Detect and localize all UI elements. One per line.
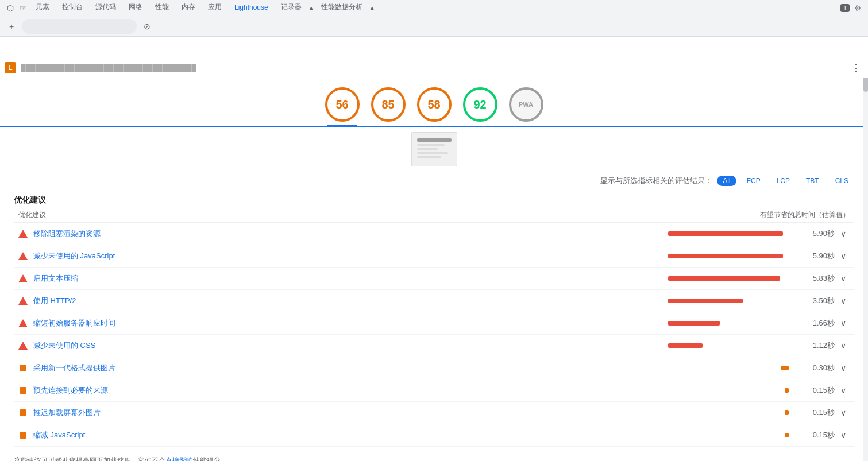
chevron-down-icon: ∨ [840, 341, 850, 350]
audit-bar [668, 410, 794, 415]
audit-row-unused-css[interactable]: 减少未使用的 CSS 1.12秒 ∨ [14, 335, 854, 357]
audit-bar-fill [785, 388, 789, 393]
warning-square-icon [18, 386, 28, 395]
chevron-down-icon: ∨ [840, 319, 850, 328]
audit-bar-fill [668, 343, 703, 348]
tab-application[interactable]: 应用 [202, 0, 227, 18]
audit-bar [668, 433, 794, 437]
audit-label: 采用新一代格式提供图片 [33, 363, 662, 373]
score-performance[interactable]: 56 [325, 87, 360, 122]
tab-elements[interactable]: 元素 [30, 0, 55, 18]
audit-bar-fill [668, 299, 743, 303]
page-favicon: L [5, 62, 16, 73]
filter-all[interactable]: All [717, 176, 736, 186]
chevron-down-icon: ∨ [840, 251, 850, 261]
audit-label: 移除阻塞渲染的资源 [33, 228, 662, 239]
footer-link[interactable]: 直接影响 [165, 456, 193, 461]
chevron-down-icon: ∨ [840, 229, 850, 238]
tab-sources[interactable]: 源代码 [90, 0, 122, 18]
tab-console[interactable]: 控制台 [56, 0, 88, 18]
chevron-down-icon: ∨ [840, 296, 850, 305]
audit-row-server-response[interactable]: 缩短初始服务器响应时间 1.66秒 ∨ [14, 312, 854, 335]
audit-time: 0.30秒 [800, 363, 835, 373]
warning-square-icon [18, 431, 28, 440]
page-url: ████████████████████████████████████ [21, 64, 848, 72]
warning-triangle-icon [18, 319, 28, 328]
audit-bar-fill [668, 321, 720, 326]
audit-time: 5.90秒 [800, 251, 835, 261]
audit-label: 使用 HTTP/2 [33, 296, 662, 306]
audit-label: 缩减 JavaScript [33, 430, 662, 440]
filter-lcp[interactable]: LCP [771, 176, 796, 186]
inspect-icon[interactable]: ☞ [17, 2, 29, 14]
audit-header-time: 有望节省的总时间（估算值） [760, 210, 850, 220]
audit-label: 预先连接到必要的来源 [33, 385, 662, 396]
audit-time: 3.50秒 [800, 296, 835, 306]
audit-header-label: 优化建议 [18, 210, 760, 220]
badge-count: 1 [840, 4, 850, 12]
audit-time: 0.15秒 [800, 430, 835, 440]
scrollbar-track[interactable] [863, 57, 868, 461]
address-input[interactable] [22, 19, 137, 34]
stop-reload-button[interactable]: ⊘ [140, 20, 154, 33]
scores-section: 56 85 58 92 PWA [0, 78, 868, 127]
audit-bar [668, 231, 794, 236]
tab-perf-insights[interactable]: 性能数据分析 [315, 0, 368, 18]
main-content: 56 85 58 92 PWA 显示与所选指标相关的评估结果： Al [0, 78, 868, 461]
audit-time: 0.15秒 [800, 385, 835, 396]
audit-row-http2[interactable]: 使用 HTTP/2 3.50秒 ∨ [14, 290, 854, 312]
audit-bar-fill [668, 276, 780, 281]
chevron-down-icon: ∨ [840, 274, 850, 283]
audit-time: 5.83秒 [800, 273, 835, 284]
thumbnail-area [0, 127, 868, 171]
warning-square-icon [18, 408, 28, 417]
tab-lighthouse[interactable]: Lighthouse [229, 0, 274, 18]
audit-row-unused-js[interactable]: 减少未使用的 JavaScript 5.90秒 ∨ [14, 245, 854, 268]
score-accessibility[interactable]: 85 [371, 87, 406, 122]
tab-memory[interactable]: 内存 [176, 0, 201, 18]
audit-row-render-blocking[interactable]: 移除阻塞渲染的资源 5.90秒 ∨ [14, 223, 854, 245]
chevron-down-icon: ∨ [840, 408, 850, 417]
device-toggle-icon[interactable]: ⬡ [5, 2, 16, 14]
audit-table: 优化建议 有望节省的总时间（估算值） 移除阻塞渲染的资源 5.90秒 ∨ 减少未… [0, 208, 868, 447]
devtools-url-bar: L ████████████████████████████████████ ⋮ [0, 57, 868, 78]
audit-bar [668, 299, 794, 303]
audit-bar [668, 366, 794, 370]
audit-row-preconnect[interactable]: 预先连接到必要的来源 0.15秒 ∨ [14, 379, 854, 402]
audit-row-minify-js[interactable]: 缩减 JavaScript 0.15秒 ∨ [14, 424, 854, 447]
audit-time: 0.15秒 [800, 408, 835, 418]
score-best-practices[interactable]: 58 [417, 87, 452, 122]
browser-toolbar: ⬡ ☞ 元素 控制台 源代码 网络 性能 内存 应用 Lighthouse 记录… [0, 0, 868, 16]
audit-row-offscreen-images[interactable]: 推迟加载屏幕外图片 0.15秒 ∨ [14, 402, 854, 424]
footer-note: 这些建议可以帮助您提高网页加载速度。它们不会直接影响性能得分。 [0, 447, 868, 461]
more-options-button[interactable]: ⋮ [848, 61, 863, 74]
audit-bar-fill [785, 433, 789, 437]
footer-text-before: 这些建议可以帮助您提高网页加载速度。它们不会 [14, 456, 165, 461]
score-seo[interactable]: 92 [463, 87, 497, 122]
audit-bar [668, 388, 794, 393]
tab-performance[interactable]: 性能 [149, 0, 175, 18]
audit-bar-fill [785, 410, 789, 415]
audit-row-modern-image[interactable]: 采用新一代格式提供图片 0.30秒 ∨ [14, 357, 854, 379]
audit-label: 缩短初始服务器响应时间 [33, 318, 662, 328]
filter-tbt[interactable]: TBT [800, 176, 825, 186]
audit-time: 5.90秒 [800, 228, 835, 239]
section-heading: 优化建议 [0, 191, 868, 208]
score-pwa[interactable]: PWA [509, 87, 543, 122]
audit-bar [668, 276, 794, 281]
chevron-down-icon: ∨ [840, 431, 850, 440]
audit-bar [668, 343, 794, 348]
audit-label: 减少未使用的 CSS [33, 340, 662, 351]
chevron-down-icon: ∨ [840, 386, 850, 395]
filter-fcp[interactable]: FCP [741, 176, 766, 186]
tab-recorder[interactable]: 记录器 [275, 0, 307, 18]
filter-cls[interactable]: CLS [830, 176, 854, 186]
audit-bar-fill [781, 366, 789, 370]
settings-icon[interactable]: ⚙ [852, 2, 863, 14]
audit-table-header: 优化建议 有望节省的总时间（估算值） [14, 208, 854, 223]
tab-network[interactable]: 网络 [123, 0, 148, 18]
audit-row-text-compression[interactable]: 启用文本压缩 5.83秒 ∨ [14, 268, 854, 290]
new-tab-button[interactable]: + [5, 20, 18, 33]
warning-triangle-icon [18, 341, 28, 350]
filter-label: 显示与所选指标相关的评估结果： [600, 176, 712, 186]
